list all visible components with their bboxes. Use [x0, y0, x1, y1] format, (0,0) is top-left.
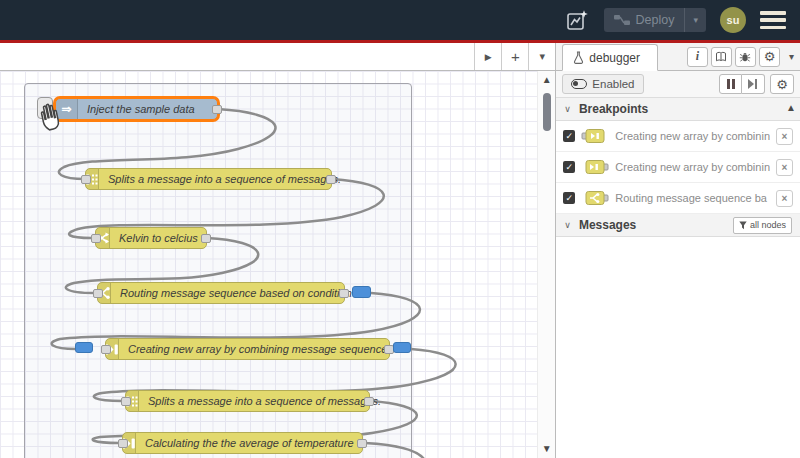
workspace-column: ▶ + ▾ ⇒ [0, 43, 556, 458]
info-icon: i [696, 49, 699, 64]
scroll-up-arrow-icon[interactable]: ▲ [538, 74, 555, 85]
inject-trigger-button[interactable] [37, 97, 53, 119]
debug-tab-button[interactable] [735, 47, 756, 67]
node-label: Splits a message into a sequence of mess… [99, 173, 350, 185]
mini-node-switch-icon [581, 190, 609, 206]
node-split-1[interactable]: Splits a message into a sequence of mess… [85, 168, 332, 190]
scroll-down-arrow-icon[interactable]: ▼ [538, 443, 555, 454]
node-label: Creating new array by combining message … [119, 343, 396, 355]
hamburger-bar [760, 26, 786, 30]
collapse-chevron-icon: ∨ [564, 220, 571, 230]
node-inject[interactable]: ⇒ Inject the sample data [55, 98, 218, 120]
node-split-2[interactable]: Splits a message into a sequence of mess… [125, 390, 370, 412]
breakpoint-checkbox[interactable]: ✓ [563, 161, 575, 173]
node-red-app: Deploy ▾ su ▶ + ▾ [0, 0, 800, 458]
inject-arrow-icon: ⇒ [61, 102, 71, 116]
node-label: Splits a message into a sequence of mess… [139, 395, 390, 407]
step-button[interactable] [742, 74, 765, 94]
messages-panel-body [556, 237, 800, 458]
deploy-dropdown-button[interactable]: ▾ [684, 8, 706, 32]
chevron-down-icon: ▾ [789, 51, 794, 62]
breakpoint-label: Routing message sequence ba [615, 192, 770, 204]
book-icon [715, 51, 727, 63]
help-tab-button[interactable] [711, 47, 732, 67]
info-tab-button[interactable]: i [687, 47, 708, 67]
node-change-kelvin[interactable]: Kelvin to celcius [95, 227, 207, 249]
breakpoint-marker-join-input[interactable] [75, 342, 93, 353]
remove-breakpoint-button[interactable]: × [776, 128, 793, 145]
node-label: Inject the sample data [78, 103, 204, 115]
chevron-down-icon: ▾ [540, 50, 546, 63]
filter-label: all nodes [750, 220, 786, 230]
deploy-chevron-icon: ▾ [693, 15, 698, 25]
input-port[interactable] [101, 345, 111, 354]
input-port[interactable] [91, 234, 101, 243]
input-port[interactable] [81, 175, 91, 184]
enabled-label: Enabled [592, 78, 634, 90]
breakpoint-marker-join-output[interactable] [393, 342, 411, 353]
flow-list-button[interactable]: ▾ [528, 43, 555, 70]
deploy-button[interactable]: Deploy ▾ [604, 8, 706, 32]
messages-section-header[interactable]: ∨ Messages all nodes [556, 214, 800, 237]
output-port[interactable] [201, 234, 211, 243]
gear-icon: ⚙ [776, 77, 788, 92]
message-filter-button[interactable]: all nodes [733, 217, 792, 234]
breakpoints-section-header[interactable]: ∨ Breakpoints ▲ [556, 98, 800, 121]
breakpoint-checkbox[interactable]: ✓ [563, 192, 575, 204]
breakpoints-title: Breakpoints [579, 102, 648, 116]
gear-icon: ⚙ [764, 49, 776, 64]
canvas-vertical-scrollbar[interactable]: ▲ ▼ [537, 71, 555, 458]
input-port[interactable] [121, 397, 131, 406]
output-port[interactable] [364, 397, 374, 406]
output-port[interactable] [357, 439, 367, 448]
plus-icon: + [511, 48, 520, 65]
node-join-1[interactable]: Creating new array by combining message … [105, 338, 390, 360]
collapse-chevron-icon: ∨ [564, 104, 571, 114]
remove-breakpoint-button[interactable]: × [776, 190, 793, 207]
output-port[interactable] [326, 175, 336, 184]
step-icon [748, 79, 758, 89]
user-avatar[interactable]: su [720, 7, 746, 33]
deploy-label: Deploy [636, 13, 675, 27]
input-port[interactable] [118, 439, 128, 448]
messages-title: Messages [579, 218, 636, 232]
breakpoint-row[interactable]: ✓ Creating new array by combinin × [556, 152, 800, 183]
pause-button[interactable] [719, 74, 742, 94]
node-label: Kelvin to celcius [110, 232, 207, 244]
input-port[interactable] [93, 289, 103, 298]
breakpoint-marker-switch-output[interactable] [352, 286, 371, 298]
breakpoint-row[interactable]: ✓ Routing message sequence ba × [556, 183, 800, 214]
node-switch[interactable]: Routing message sequence based on condit… [97, 282, 345, 304]
debugger-enabled-toggle[interactable]: Enabled [562, 74, 643, 94]
inject-icon-region: ⇒ [56, 99, 78, 119]
sidebar: debugger i [556, 43, 800, 458]
hamburger-bar [760, 11, 786, 15]
flow-canvas[interactable]: ⇒ Inject the sample data [0, 71, 555, 458]
scrollbar-thumb[interactable] [543, 93, 551, 131]
pause-icon [727, 79, 735, 89]
scroll-up-arrow-icon[interactable]: ▲ [786, 102, 796, 113]
breakpoint-checkbox[interactable]: ✓ [563, 130, 575, 142]
node-join-2[interactable]: Calculating the the average of temperatu… [122, 432, 363, 454]
add-flow-button[interactable]: + [501, 43, 528, 70]
sidebar-menu-button[interactable]: ▾ [789, 51, 794, 62]
bug-icon [739, 51, 751, 63]
debugger-settings-button[interactable]: ⚙ [770, 74, 794, 94]
ai-chart-sparkle-icon [565, 8, 589, 32]
ai-assistant-button[interactable] [564, 8, 590, 32]
main-menu-button[interactable] [760, 11, 786, 29]
tab-scroll-right-button[interactable]: ▶ [474, 43, 501, 70]
mini-node-output-icon [581, 159, 609, 175]
breakpoint-row[interactable]: ✓ Creating new array by combinin × [556, 121, 800, 152]
output-port[interactable] [339, 289, 349, 298]
deploy-nodes-icon [614, 14, 630, 26]
tab-debugger-label: debugger [589, 51, 640, 65]
node-label: Routing message sequence based on condit… [111, 287, 361, 299]
output-port[interactable] [212, 105, 222, 114]
tab-debugger[interactable]: debugger [562, 44, 658, 71]
hamburger-bar [760, 18, 786, 22]
header-bar: Deploy ▾ su [0, 0, 800, 40]
deploy-button-main[interactable]: Deploy [604, 13, 685, 27]
remove-breakpoint-button[interactable]: × [776, 159, 793, 176]
settings-tab-button[interactable]: ⚙ [759, 47, 780, 67]
